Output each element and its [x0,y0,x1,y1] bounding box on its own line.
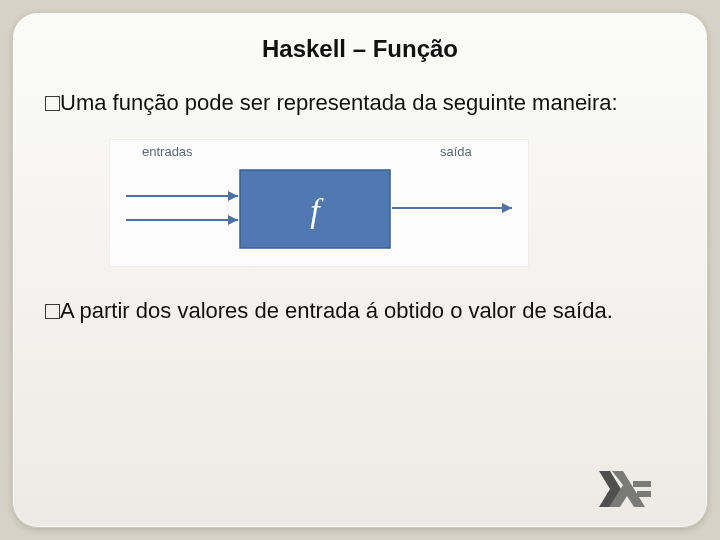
paragraph-1: Uma função pode ser representada da segu… [45,89,675,117]
haskell-logo-icon [597,469,653,509]
bullet-square-icon [45,96,60,111]
bullet-square-icon [45,304,60,319]
diagram-labels: entradas saída [120,144,518,162]
svg-marker-1 [228,191,238,201]
svg-rect-9 [633,481,651,487]
slide-card: Haskell – Função Uma função pode ser rep… [12,12,708,528]
diagram-output-label: saída [440,144,472,159]
svg-rect-10 [637,491,651,497]
svg-marker-6 [502,203,512,213]
paragraph-2: A partir dos valores de entrada á obtido… [45,297,675,325]
diagram-svg: f [120,162,518,258]
paragraph-1-text: Uma função pode ser representada da segu… [60,90,618,115]
function-diagram: entradas saída f [109,139,529,267]
diagram-input-label: entradas [142,144,193,159]
svg-marker-3 [228,215,238,225]
paragraph-2-text: A partir dos valores de entrada á obtido… [60,298,613,323]
slide-title: Haskell – Função [45,35,675,63]
